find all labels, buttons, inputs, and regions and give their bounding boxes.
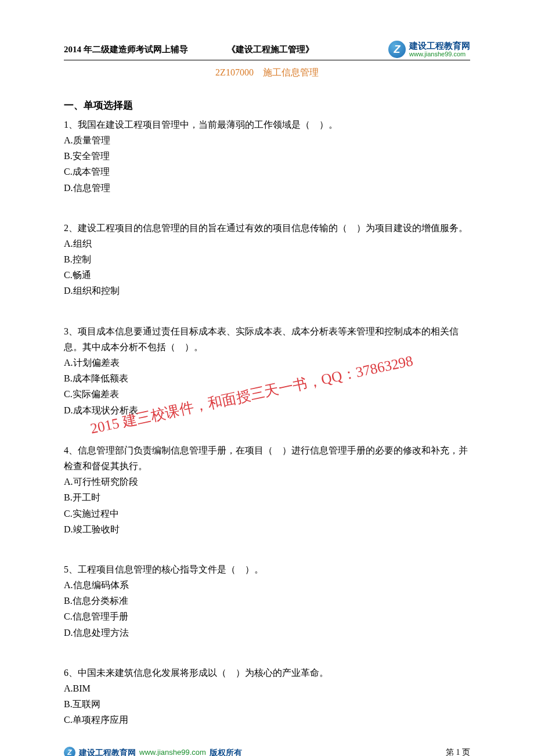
- footer-site-name: 建设工程教育网: [79, 746, 136, 756]
- logo-text-en: www.jianshe99.com: [409, 51, 470, 57]
- option: B.控制: [64, 251, 470, 267]
- option: C.实施过程中: [64, 506, 470, 521]
- section-title: 一、单项选择题: [64, 98, 470, 113]
- logo-icon: Z: [388, 41, 406, 58]
- footer-logo-icon: Z: [64, 747, 75, 756]
- option: C.信息管理手册: [64, 609, 470, 624]
- question-block: 4、信息管理部门负责编制信息管理手册，在项目（ ）进行信息管理手册的必要的修改和…: [64, 442, 470, 537]
- document-footer: Z 建设工程教育网 www.jianshe99.com 版权所有 第 1 页: [64, 746, 470, 756]
- option: A.BIM: [64, 681, 470, 696]
- question-block: 3、项目成本信息要通过责任目标成本表、实际成本表、成本分析表等来管理和控制成本的…: [64, 323, 470, 418]
- header-left-title: 2014 年二级建造师考试网上辅导: [64, 42, 188, 56]
- question-text: 6、中国未来建筑信息化发展将形成以（ ）为核心的产业革命。: [64, 665, 470, 681]
- header-logo: Z 建设工程教育网 www.jianshe99.com: [388, 41, 470, 58]
- option: C.实际偏差表: [64, 386, 470, 402]
- option: B.开工时: [64, 489, 470, 505]
- option: C.单项程序应用: [64, 712, 470, 728]
- question-text: 5、工程项目信息管理的核心指导文件是（ ）。: [64, 561, 470, 577]
- document-header: 2014 年二级建造师考试网上辅导 《建设工程施工管理》 Z 建设工程教育网 w…: [64, 41, 470, 60]
- header-center-title: 《建设工程施工管理》: [227, 42, 314, 56]
- question-block: 2、建设工程项目的信息管理的目的旨在通过有效的项目信息传输的（ ）为项目建设的增…: [64, 220, 470, 299]
- option: C.畅通: [64, 267, 470, 283]
- footer-copyright: 版权所有: [210, 746, 242, 756]
- question-text: 3、项目成本信息要通过责任目标成本表、实际成本表、成本分析表等来管理和控制成本的…: [64, 323, 470, 355]
- question-text: 4、信息管理部门负责编制信息管理手册，在项目（ ）进行信息管理手册的必要的修改和…: [64, 442, 470, 474]
- option: D.竣工验收时: [64, 521, 470, 537]
- question-text: 2、建设工程项目的信息管理的目的旨在通过有效的项目信息传输的（ ）为项目建设的增…: [64, 220, 470, 236]
- option: A.组织: [64, 236, 470, 251]
- footer-left: Z 建设工程教育网 www.jianshe99.com 版权所有: [64, 746, 242, 756]
- option: D.成本现状分析表: [64, 402, 470, 418]
- option: D.信息处理方法: [64, 625, 470, 640]
- option: A.可行性研究阶段: [64, 474, 470, 489]
- option: B.互联网: [64, 696, 470, 712]
- option: D.组织和控制: [64, 283, 470, 298]
- document-subtitle: 2Z107000 施工信息管理: [64, 65, 470, 80]
- option: D.信息管理: [64, 180, 470, 196]
- question-text: 1、我国在建设工程项目管理中，当前最薄弱的工作领域是（ ）。: [64, 117, 470, 132]
- option: B.信息分类标准: [64, 593, 470, 609]
- question-block: 6、中国未来建筑信息化发展将形成以（ ）为核心的产业革命。 A.BIM B.互联…: [64, 665, 470, 728]
- option: A.质量管理: [64, 132, 470, 148]
- page-number: 第 1 页: [446, 746, 470, 756]
- option: B.安全管理: [64, 148, 470, 164]
- question-block: 5、工程项目信息管理的核心指导文件是（ ）。 A.信息编码体系 B.信息分类标准…: [64, 561, 470, 640]
- footer-site-url: www.jianshe99.com: [139, 747, 206, 756]
- logo-text-cn: 建设工程教育网: [409, 41, 470, 51]
- option: B.成本降低额表: [64, 370, 470, 386]
- logo-text-group: 建设工程教育网 www.jianshe99.com: [409, 41, 470, 58]
- question-block: 1、我国在建设工程项目管理中，当前最薄弱的工作领域是（ ）。 A.质量管理 B.…: [64, 117, 470, 196]
- option: C.成本管理: [64, 164, 470, 179]
- option: A.计划偏差表: [64, 355, 470, 370]
- option: A.信息编码体系: [64, 577, 470, 593]
